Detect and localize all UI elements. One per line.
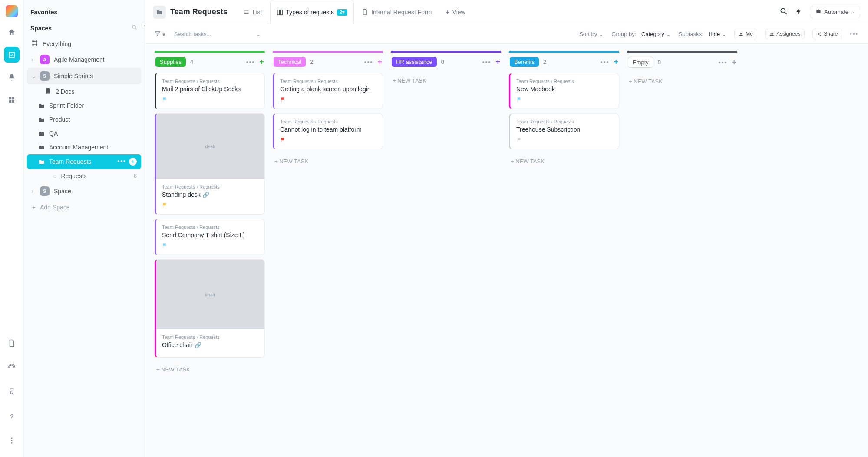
automate-button[interactable]: Automate ⌄ [810,6,860,18]
search-icon[interactable] [779,7,788,17]
sort-by-dropdown[interactable]: Sort by ⌄ [579,31,604,37]
add-space-button[interactable]: + Add Space [27,199,141,215]
lane-name-pill[interactable]: HR assistance [392,57,437,67]
lane-menu-icon[interactable]: ••• [482,59,492,66]
new-task-button[interactable]: + NEW TASK [155,362,265,377]
sidebar-item-space[interactable]: › S Space [27,183,141,199]
svg-point-11 [781,8,785,13]
svg-point-1 [11,437,12,439]
lane-add-icon[interactable]: + [732,58,736,67]
card-breadcrumb: Team Requests › Requests [280,79,376,84]
lane-menu-icon[interactable]: ••• [601,59,610,66]
sidebar-item-account-mgmt[interactable]: Account Management [27,140,141,154]
lane-name-pill[interactable]: Benefits [510,57,539,67]
lane-count: 2 [543,59,546,65]
sidebar-item-simple-sprints[interactable]: ⌄ S Simple Sprints [27,68,141,84]
home-icon[interactable] [4,24,20,40]
space-avatar-agile: A [40,55,50,64]
lane-supplies: Supplies 4 ••• + Team Requests › Request… [155,51,265,377]
favorites-section[interactable]: Favorites [27,4,141,20]
tab-list[interactable]: List [237,0,268,24]
search-spaces-icon[interactable] [132,24,138,32]
apps-icon[interactable] [4,92,20,108]
doc-icon [45,88,51,95]
task-card[interactable]: Team Requests › Requests Treehouse Subsc… [509,113,619,149]
chevron-right-icon: › [31,188,36,195]
lane-menu-icon[interactable]: ••• [364,59,373,66]
svg-point-18 [818,33,818,34]
task-card[interactable]: Team Requests › Requests Mail 2 pairs of… [155,73,265,109]
card-title: Mail 2 pairs of ClickUp Socks [162,86,258,93]
task-card[interactable]: Team Requests › Requests Getting a blank… [273,73,383,109]
help-icon[interactable]: ? [4,408,20,424]
sidebar-item-agile[interactable]: › A Agile Management [27,51,141,68]
new-task-button[interactable]: + NEW TASK [509,154,619,169]
svg-point-13 [818,11,818,12]
assignees-chip[interactable]: Assignees [765,29,805,39]
item-menu-icon[interactable]: ••• [117,158,126,166]
lane-header: Benefits 2 ••• + [509,55,619,73]
lane-name-pill[interactable]: Supplies [155,57,186,67]
tasks-icon[interactable] [4,47,20,63]
tab-internal-form[interactable]: Internal Request Form [356,0,438,24]
lane-name-pill[interactable]: Technical [274,57,306,67]
card-breadcrumb: Team Requests › Requests [162,184,258,189]
sidebar-item-sprint-folder[interactable]: Sprint Folder [27,99,141,113]
card-title: Send Company T shirt (Size L) [162,232,258,238]
card-breadcrumb: Team Requests › Requests [162,225,258,230]
lane-count: 4 [190,59,193,65]
new-task-button[interactable]: + NEW TASK [391,73,501,88]
lane-add-icon[interactable]: + [614,57,618,66]
chevron-down-icon: ⌄ [851,10,855,14]
lane-name-pill[interactable]: Empty [628,57,653,68]
search-tasks-input[interactable]: Search tasks... ⌄ [174,31,261,37]
new-task-button[interactable]: + NEW TASK [273,154,383,169]
sidebar-item-qa[interactable]: QA [27,126,141,140]
group-by-dropdown[interactable]: Group by: Category ⌄ [611,31,670,37]
tab-add-view[interactable]: + View [439,0,471,24]
sidebar-item-docs[interactable]: 2 Docs [27,84,141,99]
card-breadcrumb: Team Requests › Requests [162,334,258,340]
subtasks-dropdown[interactable]: Subtasks: Hide ⌄ [679,31,726,37]
tab-badge: 2▾ [337,9,347,16]
sidebar-item-everything[interactable]: Everything [27,36,141,51]
card-breadcrumb: Team Requests › Requests [516,119,613,124]
new-task-button[interactable]: + NEW TASK [627,74,737,89]
goals-icon[interactable] [4,384,20,400]
lane-menu-icon[interactable]: ••• [246,59,255,66]
lane-add-icon[interactable]: + [495,57,500,66]
notifications-icon[interactable] [4,70,20,85]
sidebar-item-team-requests[interactable]: Team Requests ••• + [27,154,141,169]
task-card[interactable]: Team Requests › Requests Cannot log in t… [273,113,383,149]
spaces-section: Spaces [27,20,141,36]
svg-point-14 [819,11,820,12]
me-filter-chip[interactable]: Me [734,29,757,39]
lane-add-icon[interactable]: + [259,57,264,66]
lane-count: 0 [441,59,444,65]
collapse-sidebar-button[interactable]: ‹ [141,22,145,29]
more-icon[interactable] [4,433,20,448]
bolt-icon[interactable] [795,7,803,17]
task-card[interactable]: Team Requests › Requests Send Company T … [155,219,265,255]
docs-icon[interactable] [4,335,20,351]
lane-header: Empty 0 ••• + [627,55,737,74]
task-card[interactable]: Team Requests › Requests New Macbook [509,73,619,109]
folder-icon [153,6,166,19]
sidebar-item-product[interactable]: Product [27,113,141,126]
tab-types-of-requests[interactable]: Types of requests 2▾ [270,0,354,24]
add-list-icon[interactable]: + [129,158,137,166]
task-card[interactable]: desk Team Requests › Requests Standing d… [155,113,265,215]
share-chip[interactable]: Share [812,29,842,39]
pulse-icon[interactable] [4,360,20,375]
requests-count: 8 [134,173,137,179]
attachment-icon: 🔗 [195,342,201,348]
lane-menu-icon[interactable]: ••• [719,59,728,66]
sidebar-item-requests[interactable]: ○ Requests 8 [27,169,141,183]
app-logo[interactable] [6,5,18,17]
filter-icon[interactable]: ▾ [155,30,165,38]
chevron-down-icon: ⌄ [256,31,261,37]
lane-header: Supplies 4 ••• + [155,55,265,73]
task-card[interactable]: chair Team Requests › Requests Office ch… [155,259,265,358]
toolbar-more-icon[interactable]: ••• [850,31,858,37]
lane-add-icon[interactable]: + [377,57,382,66]
